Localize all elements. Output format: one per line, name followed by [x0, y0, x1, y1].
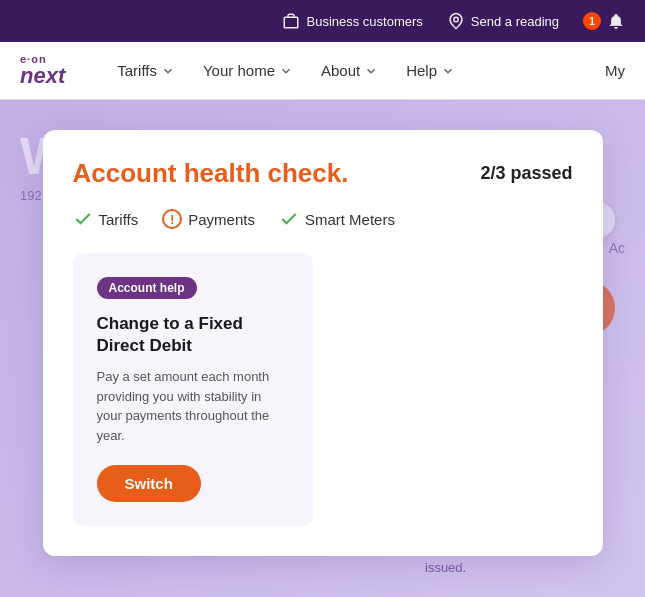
health-check-modal: Account health check. 2/3 passed Tariffs… — [43, 130, 603, 556]
modal-title: Account health check. — [73, 158, 349, 189]
nav-help[interactable]: Help — [394, 54, 467, 87]
chevron-down-icon — [161, 64, 175, 78]
check-smart-meters: Smart Meters — [279, 209, 395, 229]
card-title: Change to a Fixed Direct Debit — [97, 313, 289, 357]
business-customers-link[interactable]: Business customers — [282, 12, 422, 30]
nav-tariffs[interactable]: Tariffs — [105, 54, 187, 87]
logo[interactable]: e·on next — [20, 54, 65, 87]
check-tariffs-label: Tariffs — [99, 211, 139, 228]
modal-checks: Tariffs ! Payments Smart Meters — [73, 209, 573, 229]
switch-button[interactable]: Switch — [97, 465, 201, 502]
nav-my[interactable]: My — [605, 62, 625, 79]
send-reading-label: Send a reading — [471, 14, 559, 29]
logo-next-text: next — [20, 65, 65, 87]
check-tariffs: Tariffs — [73, 209, 139, 229]
top-bar: Business customers Send a reading 1 — [0, 0, 645, 42]
account-help-card: Account help Change to a Fixed Direct De… — [73, 253, 313, 526]
main-nav: e·on next Tariffs Your home About Help M… — [0, 42, 645, 100]
nav-your-home[interactable]: Your home — [191, 54, 305, 87]
check-warn-icon: ! — [162, 209, 182, 229]
svg-rect-0 — [285, 17, 299, 28]
check-smart-meters-label: Smart Meters — [305, 211, 395, 228]
chevron-down-icon — [441, 64, 455, 78]
modal-header: Account health check. 2/3 passed — [73, 158, 573, 189]
check-payments: ! Payments — [162, 209, 255, 229]
chevron-down-icon — [364, 64, 378, 78]
chevron-down-icon — [279, 64, 293, 78]
card-badge: Account help — [97, 277, 197, 299]
check-payments-label: Payments — [188, 211, 255, 228]
notification-bell[interactable]: 1 — [583, 12, 625, 30]
check-pass-icon-2 — [279, 209, 299, 229]
check-pass-icon — [73, 209, 93, 229]
modal-score: 2/3 passed — [480, 163, 572, 184]
card-description: Pay a set amount each month providing yo… — [97, 367, 289, 445]
send-reading-link[interactable]: Send a reading — [447, 12, 559, 30]
svg-point-1 — [454, 17, 459, 22]
notification-count: 1 — [583, 12, 601, 30]
nav-about[interactable]: About — [309, 54, 390, 87]
nav-items: Tariffs Your home About Help My — [105, 54, 625, 87]
modal-overlay: Account health check. 2/3 passed Tariffs… — [0, 100, 645, 597]
business-customers-label: Business customers — [306, 14, 422, 29]
